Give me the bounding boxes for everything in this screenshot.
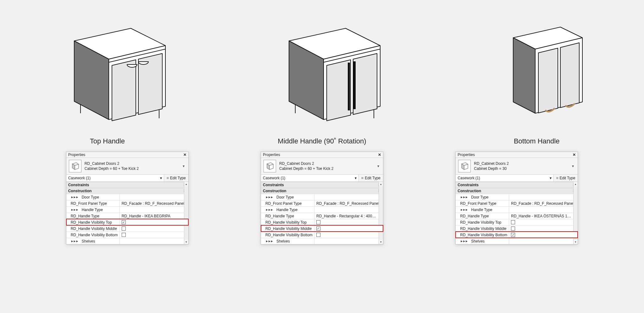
section-construction[interactable]: Construction ✕ [456,188,578,194]
row-visibility-middle[interactable]: RD_Handle Visibility Middle [456,225,578,232]
scroll-down-icon[interactable]: ▾ [379,240,383,244]
row-handle-casework[interactable]: RD_Handle Type RD_Handle - IKEA BEGRIPA [66,213,188,219]
shelves-label: Shelves [471,239,485,243]
section-constraints[interactable]: Constraints ✕ [261,182,383,188]
svg-marker-22 [560,43,579,108]
row-visibility-top[interactable]: RD_Handle Visibility Top [456,219,578,225]
checkbox[interactable] [316,233,320,237]
checkbox[interactable] [316,220,320,224]
row-shelves[interactable]: ►►► Shelves [456,238,578,244]
cabinet-top-handle [40,19,175,132]
edit-type-label: Edit Type [170,176,186,180]
category-filter[interactable]: Casework (1) ▾ [261,175,359,182]
param-value[interactable]: RD_Handle - IKEA BEGRIPA [120,213,188,219]
section-construction[interactable]: Construction ✕ [261,188,383,194]
checkbox[interactable] [511,226,515,231]
section-label: Constraints [263,183,284,187]
row-door-type[interactable]: ►►► Door Type [456,194,578,200]
row-visibility-middle[interactable]: RD_Handle Visibility Middle ✓ [261,225,383,232]
svg-marker-21 [538,48,558,113]
chevron-down-icon[interactable]: ▾ [376,164,380,168]
checkbox[interactable]: ✓ [122,220,126,224]
cabinet-bottom-handle [469,19,604,132]
edit-type-icon: ⌗ [361,176,364,180]
chevron-down-icon: ▾ [160,176,162,180]
chevron-down-icon[interactable]: ▾ [571,164,575,168]
row-shelves[interactable]: ►►► Shelves [66,238,188,244]
scroll-up-icon[interactable]: ▴ [184,182,188,186]
close-icon[interactable]: ✕ [378,153,381,157]
illustration-row [0,0,644,135]
row-visibility-top[interactable]: RD_Handle Visibility Top [261,219,383,225]
edit-type-button[interactable]: ⌗ Edit Type [359,175,383,182]
checkbox[interactable]: ✓ [316,226,320,231]
row-front-panel[interactable]: RD_Front Panel Type RD_Facade : RD_F_Rec… [456,200,578,206]
param-value[interactable]: RD_Handle - IKEA ÖSTERNÄS 1… [509,213,578,219]
type-selector[interactable]: RD_Cabinet Doors 2 Cabinet Depth = 60 + … [66,158,188,174]
param-value[interactable]: RD_Facade : RD_F_Recessed Panel [120,200,188,206]
type-name: RD_Cabinet Doors 2 [85,161,178,166]
edit-type-button[interactable]: ⌗ Edit Type [554,175,578,182]
param-label: RD_Handle Type [265,214,294,218]
type-name: RD_Cabinet Doors 2 [279,161,373,166]
row-handle-type[interactable]: ►►► Handle Type [261,206,383,213]
param-label: RD_Handle Visibility Top [265,220,307,225]
row-front-panel[interactable]: RD_Front Panel Type RD_Facade : RD_F_Rec… [261,200,383,206]
row-door-type[interactable]: ►►► Door Type [261,194,383,200]
row-handle-casework[interactable]: RD_Handle Type RD_Handle - Rectangular 4… [261,213,383,219]
expand-icon: ►►► [71,239,78,243]
panel-title-text: Properties [68,153,86,157]
filter-label: Casework (1) [458,176,480,180]
expand-icon: ►►► [460,195,468,199]
scrollbar[interactable]: ▴ ▾ [379,182,383,244]
type-selector[interactable]: RD_Cabinet Doors 2 Cabinet Depth = 30 ▾ [456,158,578,174]
caption-middle: Middle Handle (90˚ Rotation) [215,137,430,145]
category-filter[interactable]: Casework (1) ▾ [66,175,164,182]
section-construction[interactable]: Construction ✕ [66,188,188,194]
row-shelves[interactable]: ►►► Shelves [261,238,383,244]
param-label: Handle Type [82,208,103,212]
edit-type-icon: ⌗ [167,176,169,180]
edit-type-icon: ⌗ [556,176,558,180]
param-value[interactable]: RD_Facade : RD_F_Recessed Panel [509,200,578,206]
close-icon[interactable]: ✕ [183,153,186,157]
caption-row: Top Handle Middle Handle (90˚ Rotation) … [0,137,644,145]
type-sub: Cabinet Depth = 60 + Toe Kick 2 [279,166,373,171]
edit-type-button[interactable]: ⌗ Edit Type [164,175,188,182]
row-handle-type[interactable]: ►►► Handle Type [66,206,188,213]
param-label: RD_Front Panel Type [71,201,107,206]
scrollbar[interactable]: ▴ ▾ [184,182,188,244]
scroll-up-icon[interactable]: ▴ [574,182,578,186]
section-constraints[interactable]: Constraints ✕ [66,182,188,188]
type-selector[interactable]: RD_Cabinet Doors 2 Cabinet Depth = 60 + … [261,158,383,174]
filter-label: Casework (1) [68,176,91,180]
row-handle-casework[interactable]: RD_Handle Type RD_Handle - IKEA ÖSTERNÄS… [456,213,578,219]
row-door-type[interactable]: ►►► Door Type [66,194,188,200]
param-label: Door Type [82,195,99,199]
row-visibility-bottom[interactable]: RD_Handle Visibility Bottom ✓ [456,232,578,238]
section-constraints[interactable]: Constraints ✕ [456,182,578,188]
row-handle-type[interactable]: ►►► Handle Type [456,206,578,213]
close-icon[interactable]: ✕ [573,153,576,157]
properties-panel: Properties ✕ RD_Cabinet Doors 2 Cabinet … [66,152,189,244]
param-label: Handle Type [276,208,297,212]
row-visibility-middle[interactable]: RD_Handle Visibility Middle [66,225,188,232]
scroll-up-icon[interactable]: ▴ [379,182,383,186]
param-value[interactable]: RD_Handle - Rectangular 4 : 400… [314,213,383,219]
param-value[interactable]: RD_Facade : RD_F_Recessed Panel [314,200,383,206]
scroll-down-icon[interactable]: ▾ [184,240,188,244]
checkbox[interactable] [122,233,126,237]
checkbox[interactable] [511,220,515,224]
expand-icon: ►►► [265,239,273,243]
row-visibility-top[interactable]: RD_Handle Visibility Top ✓ [66,219,188,225]
param-label: RD_Handle Visibility Bottom [71,233,118,237]
checkbox[interactable] [122,226,126,231]
chevron-down-icon[interactable]: ▾ [181,164,186,168]
scroll-down-icon[interactable]: ▾ [574,240,578,244]
row-front-panel[interactable]: RD_Front Panel Type RD_Facade : RD_F_Rec… [66,200,188,206]
checkbox[interactable]: ✓ [511,233,515,237]
svg-marker-4 [112,60,136,121]
category-filter[interactable]: Casework (1) ▾ [456,175,553,182]
row-visibility-bottom[interactable]: RD_Handle Visibility Bottom [66,232,188,238]
row-visibility-bottom[interactable]: RD_Handle Visibility Bottom [261,232,383,238]
